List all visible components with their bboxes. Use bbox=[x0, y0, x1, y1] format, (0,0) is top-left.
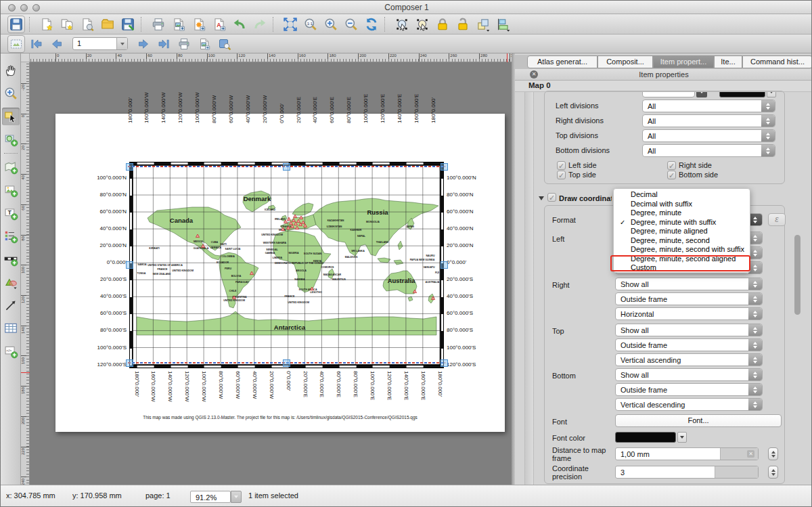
select-next-below-button[interactable] bbox=[393, 16, 411, 33]
export-as-pdf-button[interactable]: A bbox=[210, 16, 228, 33]
menu-item-degree-minute-second[interactable]: Degree, minute, second bbox=[614, 236, 751, 246]
add-legend-button[interactable] bbox=[2, 227, 20, 245]
top-row1-combo[interactable]: Show all bbox=[615, 324, 763, 336]
atlas-preview-button[interactable] bbox=[7, 35, 25, 53]
composer-manager-button[interactable] bbox=[78, 16, 96, 33]
duplicate-composer-button[interactable] bbox=[58, 16, 76, 33]
right-row1-combo[interactable]: Show all bbox=[615, 278, 763, 290]
select-next-above-button[interactable] bbox=[413, 16, 431, 33]
selection-handle[interactable] bbox=[126, 261, 133, 269]
zoom-out-button[interactable] bbox=[342, 16, 360, 33]
bottom-side-checkbox[interactable]: ✓ bbox=[667, 171, 676, 179]
top-row2-combo[interactable]: Outside frame bbox=[615, 338, 763, 351]
undo-button[interactable] bbox=[231, 16, 248, 33]
menu-item-degree-minute-with-suffix[interactable]: Degree, minute with suffix✓ bbox=[614, 218, 751, 227]
title-bar[interactable]: Composer 1 bbox=[1, 1, 812, 14]
frame-color-swatch[interactable] bbox=[719, 92, 765, 97]
selection-handle[interactable] bbox=[283, 163, 290, 171]
left-divisions-combo[interactable]: All bbox=[642, 100, 775, 112]
refresh-view-button[interactable] bbox=[363, 16, 380, 33]
print-button[interactable] bbox=[150, 16, 167, 33]
bottom-row3-combo[interactable]: Vertical descending bbox=[615, 398, 763, 411]
zoom-combo[interactable]: 91.2% bbox=[190, 491, 231, 503]
next-feature-button[interactable] bbox=[135, 35, 152, 53]
selection-handle[interactable] bbox=[126, 163, 133, 171]
right-divisions-combo[interactable]: All bbox=[642, 114, 775, 127]
move-item-content-button[interactable] bbox=[2, 131, 20, 148]
atlas-page-dropdown[interactable] bbox=[116, 38, 127, 49]
font-button[interactable]: Font... bbox=[615, 414, 782, 427]
print-atlas-button[interactable] bbox=[175, 35, 193, 53]
previous-feature-button[interactable] bbox=[48, 35, 66, 53]
export-as-image-button[interactable] bbox=[170, 16, 187, 33]
zoom-in-button[interactable] bbox=[322, 16, 340, 33]
export-atlas-button[interactable] bbox=[196, 35, 213, 53]
composition-canvas[interactable]: ICELANDIRELANDFRANCESPAINUNITED KINGDOMW… bbox=[30, 62, 512, 485]
zoom-dropdown[interactable] bbox=[231, 491, 242, 503]
tab-command-hist-[interactable]: Command hist... bbox=[742, 56, 812, 68]
precision-stepper[interactable] bbox=[768, 466, 778, 479]
right-row3-combo[interactable]: Horizontal bbox=[615, 307, 763, 320]
frame-style-dropdown[interactable] bbox=[696, 92, 707, 97]
add-scalebar-button[interactable] bbox=[2, 250, 20, 268]
bottom-divisions-combo[interactable]: All bbox=[642, 144, 775, 157]
add-arrow-button[interactable] bbox=[2, 296, 20, 314]
pan-button[interactable] bbox=[2, 62, 20, 79]
menu-item-decimal-with-suffix[interactable]: Decimal with suffix bbox=[614, 200, 751, 209]
left-side-checkbox[interactable]: ✓ bbox=[557, 161, 566, 170]
selection-handle[interactable] bbox=[441, 261, 448, 269]
new-composer-button[interactable] bbox=[38, 16, 55, 33]
tab-ite-[interactable]: Ite... bbox=[714, 56, 742, 68]
top-divisions-combo[interactable]: All bbox=[642, 129, 775, 142]
right-row2-combo[interactable]: Outside frame bbox=[615, 292, 763, 305]
right-side-checkbox[interactable]: ✓ bbox=[667, 161, 676, 170]
menu-item-decimal[interactable]: Decimal bbox=[614, 190, 751, 200]
top-row3-combo[interactable]: Vertical ascending bbox=[615, 353, 763, 366]
add-new-label-button[interactable]: T bbox=[2, 204, 20, 222]
distance-stepper[interactable] bbox=[768, 447, 778, 460]
add-attribute-table-button[interactable] bbox=[2, 319, 20, 337]
selection-handle[interactable] bbox=[126, 359, 133, 367]
tab-composit-[interactable]: Composit... bbox=[597, 56, 653, 68]
menu-item-degree-minute[interactable]: Degree, minute bbox=[614, 208, 751, 218]
atlas-page-combo[interactable]: 1 bbox=[72, 37, 128, 50]
menu-item-degree-minute-second-with-suffix[interactable]: Degree, minute, second with suffix bbox=[614, 245, 751, 255]
lock-items-button[interactable] bbox=[434, 16, 451, 33]
draw-coordinates-checkbox[interactable]: ✓ bbox=[547, 193, 556, 202]
frame-style-combo[interactable] bbox=[642, 92, 695, 97]
zoom-button[interactable] bbox=[2, 85, 20, 102]
bottom-row1-combo[interactable]: Show all bbox=[615, 368, 763, 381]
redo-button[interactable] bbox=[251, 16, 269, 33]
precision-field[interactable]: 3 bbox=[615, 466, 759, 479]
first-feature-button[interactable] bbox=[28, 35, 45, 53]
load-template-button[interactable] bbox=[99, 16, 116, 33]
selection-handle[interactable] bbox=[441, 163, 448, 171]
selection-handle[interactable] bbox=[283, 359, 290, 367]
add-image-button[interactable] bbox=[2, 181, 20, 199]
add-new-map-button[interactable] bbox=[2, 158, 20, 176]
last-feature-button[interactable] bbox=[155, 35, 173, 53]
save-project-button[interactable] bbox=[7, 16, 25, 33]
add-html-frame-button[interactable]: </> bbox=[2, 343, 20, 360]
clear-icon[interactable]: ✕ bbox=[747, 450, 754, 458]
font-color-dropdown[interactable] bbox=[677, 432, 687, 443]
tab-atlas-generat-[interactable]: Atlas generat... bbox=[527, 56, 597, 68]
select-move-item-button[interactable] bbox=[2, 108, 20, 125]
panel-scrollbar[interactable] bbox=[794, 235, 800, 315]
frame-color-dropdown[interactable] bbox=[767, 92, 776, 97]
export-as-svg-button[interactable] bbox=[190, 16, 208, 33]
zoom-full-button[interactable] bbox=[281, 16, 299, 33]
raise-items-button[interactable] bbox=[474, 16, 492, 33]
add-basic-shape-button[interactable] bbox=[2, 273, 20, 291]
menu-item-degree-minute-aligned[interactable]: Degree, minute aligned bbox=[614, 227, 751, 236]
top-side-checkbox[interactable]: ✓ bbox=[557, 171, 566, 179]
unlock-items-button[interactable] bbox=[454, 16, 472, 33]
font-color-swatch[interactable] bbox=[615, 432, 676, 443]
tab-item-propert-[interactable]: Item propert... bbox=[653, 56, 714, 68]
collapse-arrow-icon[interactable] bbox=[539, 196, 544, 200]
map-item[interactable]: ICELANDIRELANDFRANCESPAINUNITED KINGDOMW… bbox=[133, 165, 441, 365]
expression-button[interactable]: ε bbox=[768, 213, 786, 226]
save-as-template-button[interactable] bbox=[119, 16, 137, 33]
atlas-settings-button[interactable] bbox=[216, 35, 233, 53]
selection-handle[interactable] bbox=[441, 359, 448, 367]
